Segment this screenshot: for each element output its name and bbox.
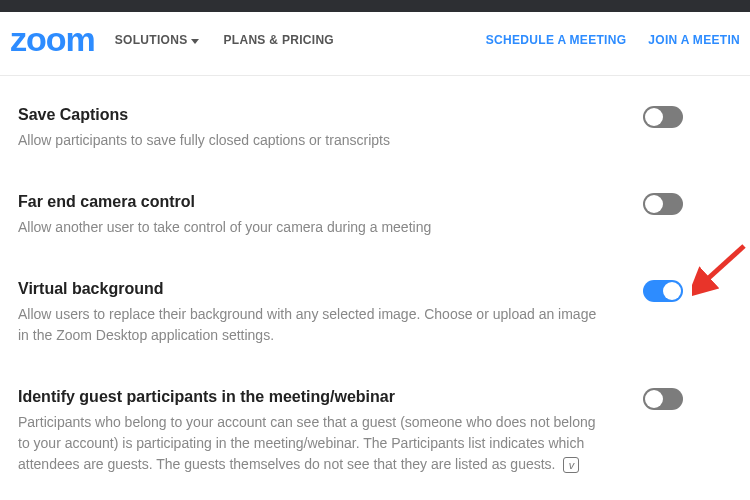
setting-identify-guests: Identify guest participants in the meeti…	[18, 388, 643, 485]
nav-solutions-label: SOLUTIONS	[115, 33, 188, 47]
setting-desc: Allow participants to save fully closed …	[18, 130, 598, 151]
toggle-virtual-background[interactable]	[643, 280, 683, 302]
setting-desc: Allow users to replace their background …	[18, 304, 598, 346]
schedule-meeting-link[interactable]: SCHEDULE A MEETING	[486, 33, 627, 47]
toggle-far-end-camera[interactable]	[643, 193, 683, 215]
header: zoom SOLUTIONS PLANS & PRICING SCHEDULE …	[0, 12, 750, 76]
setting-save-captions: Save Captions Allow participants to save…	[18, 106, 643, 193]
nav-solutions[interactable]: SOLUTIONS	[115, 33, 200, 47]
nav-plans-label: PLANS & PRICING	[223, 33, 334, 47]
setting-virtual-background: Virtual background Allow users to replac…	[18, 280, 643, 388]
join-meeting-link[interactable]: JOIN A MEETIN	[648, 33, 740, 47]
info-icon[interactable]: v	[563, 457, 579, 473]
window-topbar	[0, 0, 750, 12]
nav-plans-pricing[interactable]: PLANS & PRICING	[223, 33, 334, 47]
caret-down-icon	[191, 33, 199, 47]
setting-title: Virtual background	[18, 280, 643, 298]
setting-desc: Participants who belong to your account …	[18, 412, 598, 475]
zoom-logo[interactable]: zoom	[10, 20, 95, 59]
toggle-identify-guests[interactable]	[643, 388, 683, 410]
setting-title: Save Captions	[18, 106, 643, 124]
toggle-save-captions[interactable]	[643, 106, 683, 128]
setting-desc: Allow another user to take control of yo…	[18, 217, 598, 238]
setting-title: Identify guest participants in the meeti…	[18, 388, 643, 406]
settings-list: Save Captions Allow participants to save…	[0, 76, 750, 485]
setting-far-end-camera: Far end camera control Allow another use…	[18, 193, 643, 280]
setting-title: Far end camera control	[18, 193, 643, 211]
